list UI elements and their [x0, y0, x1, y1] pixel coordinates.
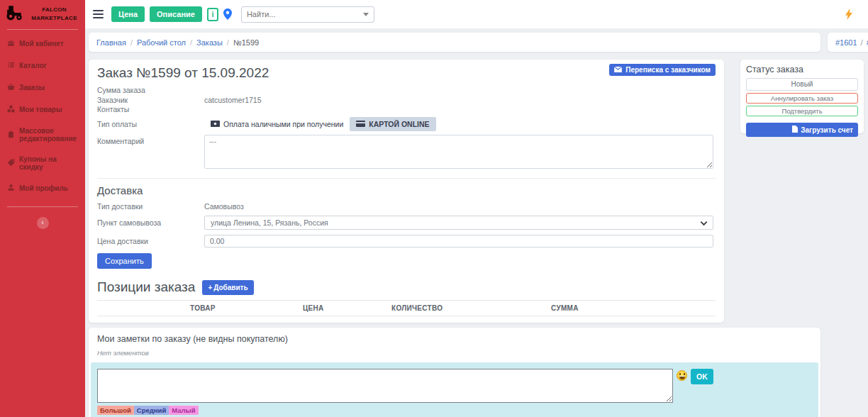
sidebar: FALCON MARKETPLACE Мой кабинет Каталог З…	[0, 0, 85, 417]
col-price: ЦЕНА	[300, 301, 389, 316]
sidebar-divider-bottom	[7, 206, 78, 207]
status-title: Статус заказа	[746, 65, 858, 74]
sidebar-nav: Мой кабинет Каталог Заказы Мои товары Ма…	[0, 30, 85, 199]
add-item-button[interactable]: + Добавить	[202, 280, 253, 295]
order-status-card: Статус заказа Новый Аннулировать заказ П…	[740, 60, 864, 133]
emoji-picker-icon[interactable]	[677, 370, 687, 381]
order-nav: #1601 / #160	[828, 33, 868, 52]
sidebar-item-my-cabinet[interactable]: Мой кабинет	[0, 33, 85, 55]
delivery-type-row: Тип доставки Самовывоз	[97, 202, 716, 211]
location-pin-icon[interactable]	[223, 9, 232, 20]
payment-options: Оплата наличными при получении КАРТОЙ ON…	[204, 117, 436, 131]
notes-title: Мои заметки по заказу (не видны покупате…	[97, 334, 812, 344]
briefcase-icon	[7, 39, 15, 48]
ok-button[interactable]: OK	[691, 369, 713, 384]
table-row: Трактор 1000000 1 1 000 000,0 ₽	[97, 316, 716, 323]
delivery-type-value: Самовывоз	[204, 202, 244, 211]
col-delete	[673, 301, 716, 316]
tractor-logo-icon	[6, 4, 24, 24]
editor-size-buttons: Большой Средний Малый	[97, 406, 812, 415]
pickup-point-row: Пункт самовывоза улица Ленина, 15, Рязан…	[97, 216, 716, 230]
basket-icon	[7, 83, 15, 92]
order-items-header: Позиции заказа + Добавить	[97, 279, 716, 295]
chevron-left-icon: ‹	[41, 218, 44, 226]
order-items-table: ТОВАР ЦЕНА КОЛИЧЕСТВО СУММА	[97, 300, 716, 323]
credit-card-icon	[356, 120, 365, 128]
search-box	[241, 6, 374, 23]
customer-value: catcustomer1715	[204, 96, 262, 104]
contacts-row: Контакты	[97, 105, 716, 114]
sidebar-item-catalog[interactable]: Каталог	[0, 55, 85, 77]
user-icon	[7, 184, 15, 193]
sidebar-item-orders[interactable]: Заказы	[0, 77, 85, 99]
breadcrumb-orders[interactable]: Заказы	[196, 38, 223, 47]
hamburger-menu-icon[interactable]	[93, 10, 104, 18]
envelope-icon	[614, 66, 622, 74]
customer-row: Заказчик catcustomer1715	[97, 96, 716, 105]
order-nav-prev-link[interactable]: #1601	[835, 38, 857, 47]
order-notes-card: Мои заметки по заказу (не видны покупате…	[89, 328, 820, 417]
breadcrumb-dashboard[interactable]: Рабочий стол	[137, 38, 186, 47]
list-icon	[7, 61, 15, 70]
col-quantity: КОЛИЧЕСТВО	[389, 301, 548, 316]
order-sum-row: Сумма заказа	[97, 86, 716, 95]
payment-option-card-online[interactable]: КАРТОЙ ONLINE	[350, 117, 435, 131]
sidebar-item-coupons[interactable]: Купоны на скидку	[0, 149, 85, 177]
breadcrumb: Главная / Рабочий стол / Заказы / №1599	[89, 33, 820, 52]
brand-text: FALCON MARKETPLACE	[28, 6, 81, 22]
sidebar-item-my-products[interactable]: Мои товары	[0, 99, 85, 121]
breadcrumb-current: №1599	[233, 38, 259, 47]
size-medium-button[interactable]: Средний	[134, 406, 169, 415]
size-large-button[interactable]: Большой	[97, 406, 134, 415]
col-actions	[97, 301, 187, 316]
file-icon	[792, 126, 798, 134]
status-value[interactable]: Новый	[746, 78, 858, 91]
tag-icon	[7, 159, 15, 168]
pickup-point-select[interactable]: улица Ленина, 15, Рязань, Россия	[204, 216, 713, 230]
order-page: FALCON MARKETPLACE Мой кабинет Каталог З…	[0, 0, 868, 417]
breadcrumb-home[interactable]: Главная	[96, 38, 126, 47]
delivery-price-row: Цена доставки	[97, 235, 716, 248]
sidebar-item-bulk-edit[interactable]: Массовое редактирование	[0, 121, 85, 149]
payment-type-row: Тип оплаты Оплата наличными при получени…	[97, 117, 716, 131]
chevron-down-icon	[700, 221, 708, 226]
save-button[interactable]: Сохранить	[97, 253, 152, 269]
info-icon[interactable]: i	[207, 8, 218, 21]
price-button[interactable]: Цена	[111, 6, 145, 22]
table-header-row: ТОВАР ЦЕНА КОЛИЧЕСТВО СУММА	[97, 301, 716, 316]
order-card: Заказ №1599 от 15.09.2022 Переписка с за…	[89, 60, 724, 323]
section-divider	[97, 178, 716, 179]
col-sum: СУММА	[548, 301, 673, 316]
note-textarea[interactable]	[97, 369, 673, 403]
cancel-order-button[interactable]: Аннулировать заказ	[746, 93, 858, 104]
order-items-title: Позиции заказа	[97, 279, 195, 295]
delivery-title: Доставка	[97, 184, 716, 196]
notes-empty-text: Нет элементов	[97, 349, 812, 357]
boxes-icon	[7, 105, 15, 114]
sidebar-collapse-button[interactable]: ‹	[37, 217, 49, 229]
delivery-price-input[interactable]	[204, 235, 713, 248]
topbar: Цена Описание i	[85, 0, 868, 28]
search-input[interactable]	[247, 10, 369, 18]
note-editor-panel: OK Большой Средний Малый	[91, 362, 818, 417]
sidebar-item-my-profile[interactable]: Мой профиль	[0, 177, 85, 199]
download-invoice-button[interactable]: Загрузить счет	[746, 123, 858, 137]
size-small-button[interactable]: Малый	[169, 406, 198, 415]
lightning-icon[interactable]	[845, 9, 852, 23]
comment-textarea[interactable]: ---	[204, 135, 713, 169]
plus-icon: +	[208, 284, 212, 291]
search-caret-icon[interactable]	[363, 13, 369, 16]
cash-icon	[211, 120, 220, 128]
description-button[interactable]: Описание	[150, 6, 202, 22]
brand[interactable]: FALCON MARKETPLACE	[0, 0, 85, 29]
customer-chat-button[interactable]: Переписка с заказчиком	[609, 64, 716, 76]
clipboard-icon	[7, 130, 15, 140]
col-product: ТОВАР	[187, 301, 300, 316]
confirm-order-button[interactable]: Подтвердить	[746, 106, 858, 116]
comment-row: Комментарий ---	[97, 135, 716, 169]
payment-option-cash[interactable]: Оплата наличными при получении	[204, 117, 350, 131]
